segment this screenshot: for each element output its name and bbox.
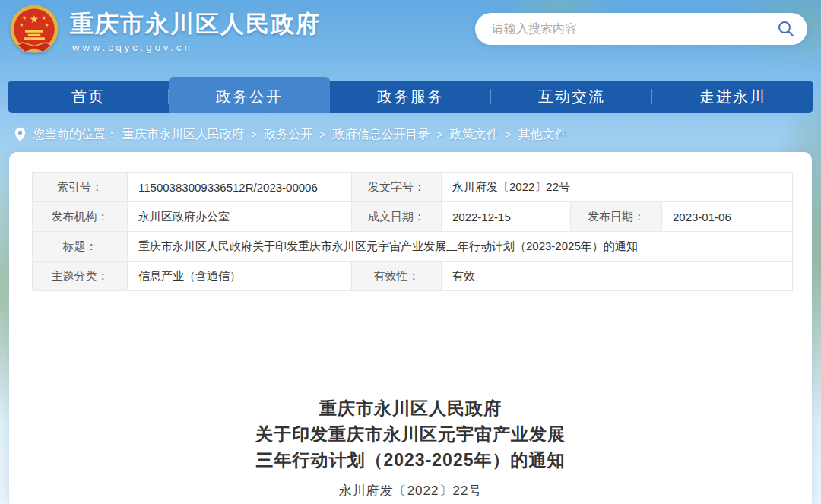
publisher-label: 发布机构：	[33, 202, 128, 232]
breadcrumb-separator: >	[319, 128, 325, 141]
table-row: 主题分类： 信息产业（含通信） 有效性： 有效	[33, 262, 793, 291]
nav-tab-about-yongchuan[interactable]: 走进永川	[652, 81, 813, 113]
location-icon	[14, 127, 27, 142]
topic-category-value: 信息产业（含通信）	[128, 262, 352, 291]
title-value: 重庆市永川区人民政府关于印发重庆市永川区元宇宙产业发展三年行动计划（2023-2…	[128, 232, 793, 262]
validity-label: 有效性：	[352, 262, 442, 291]
written-date-value: 2022-12-15	[442, 202, 571, 232]
topic-category-label: 主题分类：	[33, 262, 128, 291]
svg-text:★: ★	[19, 22, 24, 27]
nav-tab-gov-info[interactable]: 政务公开	[169, 77, 330, 113]
publisher-value: 永川区政府办公室	[128, 202, 352, 232]
breadcrumb-item-info-catalog[interactable]: 政府信息公开目录	[332, 127, 430, 143]
svg-text:★: ★	[45, 22, 49, 27]
breadcrumb-separator: >	[251, 128, 257, 141]
svg-text:★: ★	[30, 13, 39, 25]
document-title-line2: 关于印发重庆市永川区元宇宙产业发展	[9, 421, 812, 447]
validity-value: 有效	[442, 262, 793, 291]
content-panel: 索引号： 11500383009336512R/2023-00006 发文字号：…	[9, 152, 812, 504]
table-row: 标题： 重庆市永川区人民政府关于印发重庆市永川区元宇宙产业发展三年行动计划（20…	[33, 232, 793, 262]
breadcrumb-item-other-docs[interactable]: 其他文件	[518, 127, 567, 143]
site-url: www.cqyc.gov.cn	[72, 42, 193, 53]
breadcrumb-separator: >	[506, 128, 512, 141]
table-row: 索引号： 11500383009336512R/2023-00006 发文字号：…	[33, 173, 793, 202]
document-heading: 重庆市永川区人民政府 关于印发重庆市永川区元宇宙产业发展 三年行动计划（2023…	[9, 395, 812, 499]
svg-text:★: ★	[22, 15, 27, 21]
breadcrumb-item-home[interactable]: 重庆市永川区人民政府	[122, 127, 244, 143]
breadcrumb-item-policy-docs[interactable]: 政策文件	[450, 127, 499, 143]
site-title: 重庆市永川区人民政府	[70, 8, 321, 40]
document-title-line1: 重庆市永川区人民政府	[9, 395, 812, 421]
publish-date-label: 发布日期：	[571, 202, 662, 232]
breadcrumb-prefix: 您当前的位置：	[33, 127, 118, 143]
document-title-line3: 三年行动计划（2023-2025年）的通知	[9, 447, 812, 473]
document-number: 永川府发〔2022〕22号	[9, 482, 812, 499]
index-number-value: 11500383009336512R/2023-00006	[128, 173, 352, 202]
search-bar	[475, 13, 807, 45]
written-date-label: 成文日期：	[352, 202, 442, 232]
nav-tab-interaction[interactable]: 互动交流	[491, 81, 652, 113]
index-number-label: 索引号：	[33, 173, 128, 202]
search-input[interactable]	[492, 22, 777, 36]
publish-date-value: 2023-01-06	[662, 202, 793, 232]
doc-symbol-label: 发文字号：	[352, 173, 442, 202]
search-icon[interactable]	[777, 20, 795, 38]
nav-tab-home[interactable]: 首页	[8, 81, 169, 113]
svg-text:★: ★	[42, 15, 46, 21]
doc-symbol-value: 永川府发〔2022〕22号	[442, 173, 793, 202]
breadcrumb: 您当前的位置： 重庆市永川区人民政府 > 政务公开 > 政府信息公开目录 > 政…	[0, 124, 821, 145]
breadcrumb-item-gov-info[interactable]: 政务公开	[264, 127, 312, 143]
table-row: 发布机构： 永川区政府办公室 成文日期： 2022-12-15 发布日期： 20…	[33, 202, 793, 232]
national-emblem-icon: ★ ★ ★ ★ ★	[6, 3, 62, 59]
document-meta-table: 索引号： 11500383009336512R/2023-00006 发文字号：…	[32, 172, 793, 291]
nav-tab-gov-services[interactable]: 政务服务	[330, 81, 491, 113]
site-header: ★ ★ ★ ★ ★ 重庆市永川区人民政府 www.cqyc.gov.cn	[0, 0, 821, 81]
main-nav: 首页 政务公开 政务服务 互动交流 走进永川	[8, 81, 813, 113]
breadcrumb-separator: >	[436, 128, 442, 141]
title-label: 标题：	[33, 232, 128, 262]
